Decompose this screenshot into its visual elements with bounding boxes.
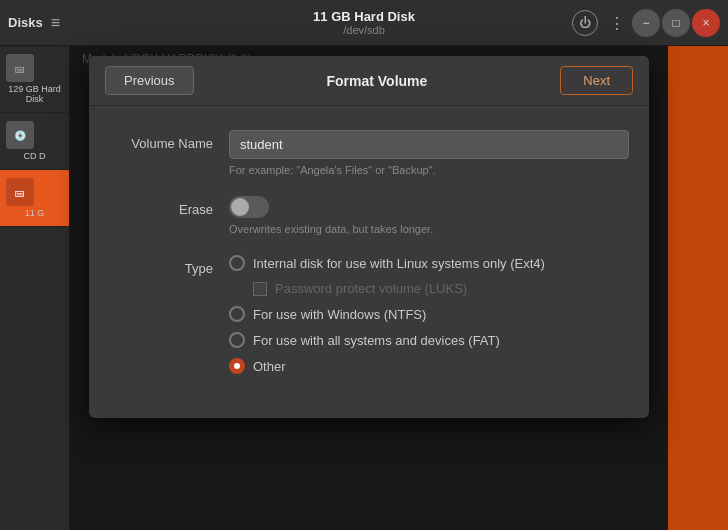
- app-title: Disks: [8, 15, 43, 30]
- type-radio-group: Internal disk for use with Linux systems…: [229, 255, 629, 374]
- erase-row: Erase Overwrites existing data, but take…: [109, 196, 629, 235]
- type-label-fat: For use with all systems and devices (FA…: [253, 333, 500, 348]
- close-icon: ×: [702, 16, 709, 30]
- type-option-luks[interactable]: Password protect volume (LUKS): [253, 281, 629, 296]
- volume-name-row: Volume Name For example: "Angela's Files…: [109, 130, 629, 176]
- toggle-knob: [231, 198, 249, 216]
- disk-icon-129gb: 🖴: [6, 54, 34, 82]
- right-accent: [668, 46, 728, 530]
- volume-name-label: Volume Name: [109, 130, 229, 151]
- radio-other: [229, 358, 245, 374]
- erase-label: Erase: [109, 196, 229, 217]
- titlebar: Disks ≡ 11 GB Hard Disk /dev/sdb ⏻ ⋮ − □…: [0, 0, 728, 46]
- sidebar-item-129gb[interactable]: 🖴 129 GB Hard Disk: [0, 46, 69, 113]
- maximize-button[interactable]: □: [662, 9, 690, 37]
- type-option-fat[interactable]: For use with all systems and devices (FA…: [229, 332, 629, 348]
- sidebar-label-cd: CD D: [6, 151, 63, 161]
- titlebar-subtitle: /dev/sdb: [313, 24, 415, 36]
- volume-name-content: For example: "Angela's Files" or "Backup…: [229, 130, 629, 176]
- type-label-luks: Password protect volume (LUKS): [275, 281, 467, 296]
- disk-icon-cd: 💿: [6, 121, 34, 149]
- type-option-ext4[interactable]: Internal disk for use with Linux systems…: [229, 255, 629, 271]
- power-icon: ⏻: [579, 16, 591, 30]
- minimize-button[interactable]: −: [632, 9, 660, 37]
- close-button[interactable]: ×: [692, 9, 720, 37]
- type-content: Internal disk for use with Linux systems…: [229, 255, 629, 374]
- dialog-overlay: Previous Format Volume Next Volume Name …: [70, 46, 668, 530]
- erase-hint: Overwrites existing data, but takes long…: [229, 223, 629, 235]
- hamburger-icon[interactable]: ≡: [51, 14, 60, 32]
- dots-icon: ⋮: [609, 14, 625, 33]
- radio-ext4: [229, 255, 245, 271]
- dialog-title: Format Volume: [326, 73, 427, 89]
- disk-icon-11gb: 🖴: [6, 178, 34, 206]
- type-label-ext4: Internal disk for use with Linux systems…: [253, 256, 545, 271]
- titlebar-info: 11 GB Hard Disk /dev/sdb: [313, 9, 415, 36]
- previous-button[interactable]: Previous: [105, 66, 194, 95]
- dialog-body: Volume Name For example: "Angela's Files…: [89, 106, 649, 418]
- next-button[interactable]: Next: [560, 66, 633, 95]
- erase-content: Overwrites existing data, but takes long…: [229, 196, 629, 235]
- type-label: Type: [109, 255, 229, 276]
- power-button[interactable]: ⏻: [572, 10, 598, 36]
- type-label-other: Other: [253, 359, 286, 374]
- type-row: Type Internal disk for use with Linux sy…: [109, 255, 629, 374]
- sidebar-label-11gb: 11 G: [6, 208, 63, 218]
- volume-name-input[interactable]: [229, 130, 629, 159]
- type-option-other[interactable]: Other: [229, 358, 629, 374]
- erase-toggle-container: [229, 196, 629, 218]
- titlebar-title: 11 GB Hard Disk: [313, 9, 415, 24]
- type-option-ntfs[interactable]: For use with Windows (NTFS): [229, 306, 629, 322]
- erase-toggle[interactable]: [229, 196, 269, 218]
- dialog-header: Previous Format Volume Next: [89, 56, 649, 106]
- sidebar-item-cd[interactable]: 💿 CD D: [0, 113, 69, 170]
- checkbox-luks: [253, 282, 267, 296]
- radio-fat: [229, 332, 245, 348]
- window-controls: ⏻ ⋮ − □ ×: [572, 0, 728, 46]
- maximize-icon: □: [672, 16, 679, 30]
- sidebar-label-129gb: 129 GB Hard Disk: [6, 84, 63, 104]
- volume-name-hint: For example: "Angela's Files" or "Backup…: [229, 164, 629, 176]
- type-label-ntfs: For use with Windows (NTFS): [253, 307, 426, 322]
- format-volume-dialog: Previous Format Volume Next Volume Name …: [89, 56, 649, 418]
- dots-menu-button[interactable]: ⋮: [604, 10, 630, 36]
- sidebar: 🖴 129 GB Hard Disk 💿 CD D 🖴 11 G: [0, 46, 70, 530]
- radio-ntfs: [229, 306, 245, 322]
- minimize-icon: −: [642, 16, 649, 30]
- sidebar-item-11gb[interactable]: 🖴 11 G: [0, 170, 69, 227]
